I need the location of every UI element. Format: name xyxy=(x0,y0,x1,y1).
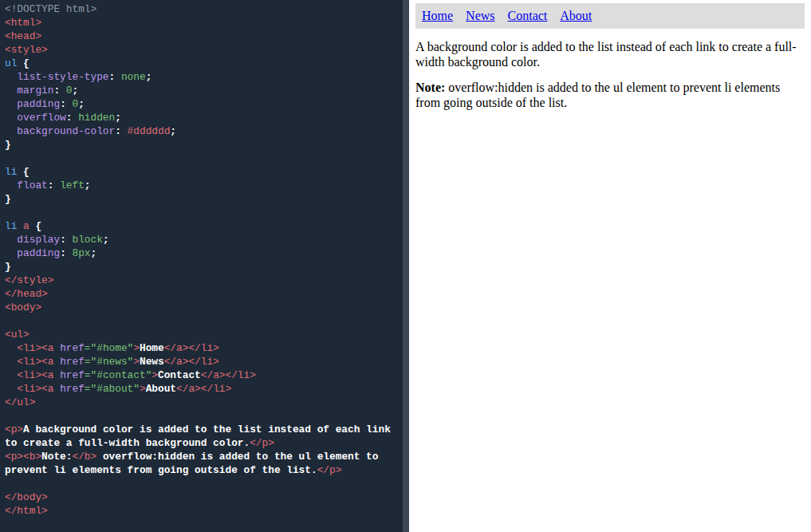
code-line: } xyxy=(5,260,403,274)
code-line: margin: 0; xyxy=(5,84,403,97)
code-line: padding: 8px; xyxy=(5,246,403,260)
code-line: float: left; xyxy=(5,179,403,192)
code-line: <!DOCTYPE html> xyxy=(5,2,403,16)
result-paragraph-1: A background color is added to the list … xyxy=(415,40,805,69)
code-line xyxy=(5,206,403,219)
code-line: <li><a href="#home">Home</a></li> xyxy=(5,341,403,355)
code-line: <li><a href="#news">News</a></li> xyxy=(5,355,403,368)
code-line: <html> xyxy=(5,16,403,30)
result-navbar: HomeNewsContactAbout xyxy=(415,3,805,29)
code-line: display: block; xyxy=(5,233,403,246)
result-nav-list: HomeNewsContactAbout xyxy=(415,3,805,29)
code-line: </html> xyxy=(5,504,403,518)
nav-item: Contact xyxy=(502,3,554,29)
nav-item: About xyxy=(553,3,598,29)
code-line: li a { xyxy=(5,219,403,233)
code-line: <style> xyxy=(5,43,403,57)
code-editor[interactable]: <!DOCTYPE html><html><head><style>ul { l… xyxy=(0,0,403,532)
code-line: </ul> xyxy=(5,396,403,409)
pane-splitter[interactable] xyxy=(403,0,409,532)
code-line: <li><a href="#contact">Contact</a></li> xyxy=(5,368,403,382)
code-line: <p>A background color is added to the li… xyxy=(5,423,403,436)
nav-link-home[interactable]: Home xyxy=(415,3,459,29)
code-line: } xyxy=(5,192,403,206)
nav-link-contact[interactable]: Contact xyxy=(502,3,554,29)
code-line: <head> xyxy=(5,30,403,43)
nav-link-about[interactable]: About xyxy=(553,3,598,29)
code-line: <p><b>Note:</b> overflow:hidden is added… xyxy=(5,450,403,463)
code-line: </head> xyxy=(5,287,403,301)
code-line: background-color: #dddddd; xyxy=(5,124,403,138)
code-line: } xyxy=(5,138,403,152)
result-pane: HomeNewsContactAbout A background color … xyxy=(409,0,811,532)
note-label: Note: xyxy=(415,81,445,94)
code-line: </body> xyxy=(5,491,403,504)
tryit-editor: <!DOCTYPE html><html><head><style>ul { l… xyxy=(0,0,811,532)
code-line: ul { xyxy=(5,57,403,70)
code-line: <li><a href="#about">About</a></li> xyxy=(5,382,403,396)
code-content: <!DOCTYPE html><html><head><style>ul { l… xyxy=(5,2,403,518)
code-line xyxy=(5,409,403,423)
code-line: overflow: hidden; xyxy=(5,111,403,124)
code-line: list-style-type: none; xyxy=(5,70,403,84)
code-line: <ul> xyxy=(5,328,403,341)
code-line xyxy=(5,477,403,491)
result-paragraph-2: Note: overflow:hidden is added to the ul… xyxy=(415,81,805,110)
code-line: padding: 0; xyxy=(5,97,403,111)
code-line: to create a full-width background color.… xyxy=(5,436,403,450)
nav-item: Home xyxy=(415,3,459,29)
nav-link-news[interactable]: News xyxy=(459,3,501,29)
code-line: </style> xyxy=(5,274,403,287)
code-line xyxy=(5,152,403,165)
code-line: <body> xyxy=(5,301,403,314)
code-line xyxy=(5,314,403,328)
nav-item: News xyxy=(459,3,501,29)
note-text: overflow:hidden is added to the ul eleme… xyxy=(415,81,780,109)
code-line: prevent li elements from going outside o… xyxy=(5,463,403,477)
code-line: li { xyxy=(5,165,403,179)
